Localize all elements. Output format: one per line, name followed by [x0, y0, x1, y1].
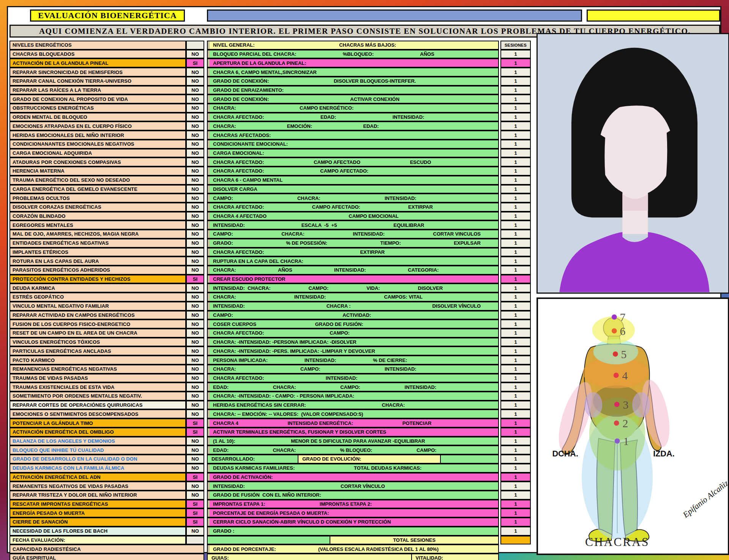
sessions-cell[interactable]: 1 — [500, 302, 531, 311]
sessions-cell[interactable]: 1 — [500, 176, 531, 185]
field-row[interactable]: RUPTURA EN LA CAPA DEL CHACRA: — [207, 256, 499, 266]
field-row[interactable]: CHACRA 6, CAMPO MENTAL,SINCRONIZAR — [207, 68, 499, 77]
row-value[interactable]: NO — [186, 121, 204, 131]
row-value[interactable]: SI — [186, 275, 204, 284]
sessions-cell[interactable]: 1 — [500, 311, 531, 320]
field-segment[interactable]: VITALIDAD: — [411, 554, 499, 560]
field-row[interactable]: PORCENTAJE DE ENERGÍA PESADA O MUERTA: — [207, 508, 499, 518]
row-value[interactable]: NO — [186, 311, 204, 320]
sessions-cell[interactable]: 1 — [500, 77, 531, 86]
row-value[interactable]: NO — [186, 356, 204, 365]
sessions-cell[interactable]: 1 — [500, 50, 531, 59]
field-row[interactable]: CAMPO:ACTIVIDAD: — [207, 311, 499, 320]
field-row[interactable]: CHACRA: -INTENSIDAD: -PERSONA IMPLICADA:… — [207, 338, 499, 347]
row-value[interactable]: NO — [186, 346, 204, 356]
sessions-cell[interactable]: 1 — [500, 365, 531, 374]
row-value[interactable] — [186, 536, 204, 545]
field-segment[interactable]: GRADO DE EVOLUCIÓN: — [298, 455, 440, 463]
field-row[interactable]: GRADO : — [207, 527, 499, 536]
field-row[interactable]: CHACRA:CAMPO ENERGÉTICO: — [207, 104, 499, 113]
sessions-cell[interactable]: 1 — [500, 185, 531, 194]
field-row[interactable]: NIVEL GENERAL:CHACRAS MÁS BAJOS: — [207, 41, 499, 50]
field-row[interactable]: CAMPO:CHACRA:INTENSIDAD: — [207, 193, 499, 203]
field-row[interactable]: CHACRA 4 AFECTADOCAMPO EMOCIONAL — [207, 212, 499, 221]
sessions-cell[interactable]: 1 — [500, 508, 531, 518]
field-row[interactable]: APERTURA DE LA GLANDULA PINEAL: — [207, 58, 499, 68]
sessions-cell[interactable]: 1 — [500, 382, 531, 392]
row-value[interactable]: NO — [186, 329, 204, 338]
row-value[interactable]: NO — [186, 319, 204, 329]
sessions-cell[interactable] — [500, 536, 531, 545]
sessions-cell[interactable]: 1 — [500, 392, 531, 401]
field-segment[interactable] — [440, 455, 498, 463]
row-value[interactable] — [186, 41, 204, 50]
field-row[interactable]: CHACRA:AÑOSINTENSIDAD:CATEGORIA: — [207, 266, 499, 275]
sessions-cell[interactable]: 1 — [500, 275, 531, 284]
sessions-cell[interactable]: 1 — [500, 86, 531, 95]
field-row[interactable]: INTENSIDAD:CHACRA :DISOLVER VÍNCULO — [207, 302, 499, 311]
row-value[interactable]: NO — [186, 94, 204, 104]
row-value[interactable]: NO — [186, 392, 204, 401]
row-value[interactable]: NO — [186, 185, 204, 194]
sessions-cell[interactable]: 1 — [500, 113, 531, 122]
field-row[interactable]: CHACRA AFECTADO:CAMPO: — [207, 329, 499, 338]
row-value[interactable]: NO — [186, 256, 204, 266]
field-segment[interactable]: GUIAS: — [208, 554, 411, 560]
field-row[interactable]: CHACRA AFECTADO:CAMPO AFECTADO: — [207, 167, 499, 176]
field-row[interactable]: DISOLVER CARGA — [207, 185, 499, 194]
row-value[interactable]: SI — [186, 473, 204, 482]
row-value[interactable]: NO — [186, 230, 204, 239]
row-value[interactable]: NO — [186, 464, 204, 473]
row-value[interactable]: NO — [186, 401, 204, 410]
sessions-cell[interactable]: 1 — [500, 248, 531, 257]
field-row[interactable]: CHACRA AFECTADO:EDAD:INTENSIDAD: — [207, 113, 499, 122]
row-value[interactable]: NO — [186, 409, 204, 418]
field-row[interactable]: INTENSIDAD: CHACRA:CAMPO:VIDA:DISOLVER — [207, 283, 499, 293]
sessions-cell[interactable]: 1 — [500, 149, 531, 158]
row-value[interactable]: NO — [186, 239, 204, 248]
row-value[interactable]: NO — [186, 68, 204, 77]
field-row[interactable]: ACTIVAR TERMINALES ENERGÉTICAS, FUSIONAR… — [207, 428, 499, 437]
row-value[interactable]: NO — [186, 248, 204, 257]
sessions-cell[interactable]: 1 — [500, 356, 531, 365]
row-value[interactable]: NO — [186, 131, 204, 140]
field-row[interactable]: GRADO DE ACTIVACIÓN: — [207, 473, 499, 482]
field-row[interactable]: CREAR ESCUDO PROTECTOR — [207, 275, 499, 284]
row-value[interactable]: NO — [186, 491, 204, 500]
sessions-cell[interactable]: 1 — [500, 401, 531, 410]
row-value[interactable]: NO — [186, 203, 204, 212]
sessions-cell[interactable]: 1 — [500, 527, 531, 536]
field-row[interactable]: (1 AL 10):MENOR DE 5 DIFICULTAD PARA AVA… — [207, 437, 499, 446]
sessions-cell[interactable]: 1 — [500, 491, 531, 500]
sessions-cell[interactable]: 1 — [500, 266, 531, 275]
field-row[interactable]: CHACRA 6 - CAMPO MENTAL — [207, 176, 499, 185]
field-row[interactable]: EDAD:CHACRA:CAMPO:INTENSIDAD: — [207, 382, 499, 392]
row-value[interactable]: NO — [186, 481, 204, 491]
row-value[interactable]: NO — [186, 527, 204, 536]
sessions-cell[interactable]: 1 — [500, 464, 531, 473]
field-row[interactable]: INTENSIDAD:ESCALA -5 +5EQUILIBRAR — [207, 220, 499, 230]
field-row[interactable]: CERRAR CICLO SANACIÓN-ABRIR VÍNCULO D CO… — [207, 518, 499, 527]
header-blue-bar[interactable] — [207, 9, 582, 22]
sessions-cell[interactable]: 1 — [500, 473, 531, 482]
sessions-cell[interactable]: 1 — [500, 346, 531, 356]
sessions-cell[interactable]: 1 — [500, 193, 531, 203]
row-value[interactable]: NO — [186, 50, 204, 59]
row-value[interactable]: SI — [186, 500, 204, 509]
sessions-cell[interactable]: 1 — [500, 283, 531, 293]
field-row[interactable]: PERSONA IMPLICADA:INTENSIDAD:% DE CIERRE… — [207, 356, 499, 365]
field-row[interactable]: INTENSIDAD:CORTAR VÍNCULO — [207, 481, 499, 491]
field-row[interactable]: HERIDAS ENERGÉTICAS SIN CERRAR:CHACRA: — [207, 401, 499, 410]
field-row[interactable]: GRADO DE ENRAIZAMIENTO: — [207, 86, 499, 95]
field-row[interactable]: BLOQUEO PARCIAL DEL CHACRA:%BLOQUEO:AÑOS — [207, 50, 499, 59]
sessions-cell[interactable]: 1 — [500, 481, 531, 491]
sessions-cell[interactable]: 1 — [500, 220, 531, 230]
sessions-cell[interactable]: 1 — [500, 418, 531, 428]
field-row[interactable]: COSER CUERPOSGRADO DE FUSIÓN: — [207, 319, 499, 329]
field-row[interactable]: CHACRA: -INTENSIDAD: -PERS. IMPLICADA: -… — [207, 346, 499, 356]
sessions-cell[interactable]: 1 — [500, 140, 531, 149]
field-row[interactable]: CHACRAS AFECTADOS: — [207, 131, 499, 140]
row-value[interactable]: NO — [186, 212, 204, 221]
field-row[interactable]: CHACRA 4INTENSIDAD ENERGÉTICA:POTENCIAR — [207, 418, 499, 428]
row-value[interactable]: NO — [186, 149, 204, 158]
